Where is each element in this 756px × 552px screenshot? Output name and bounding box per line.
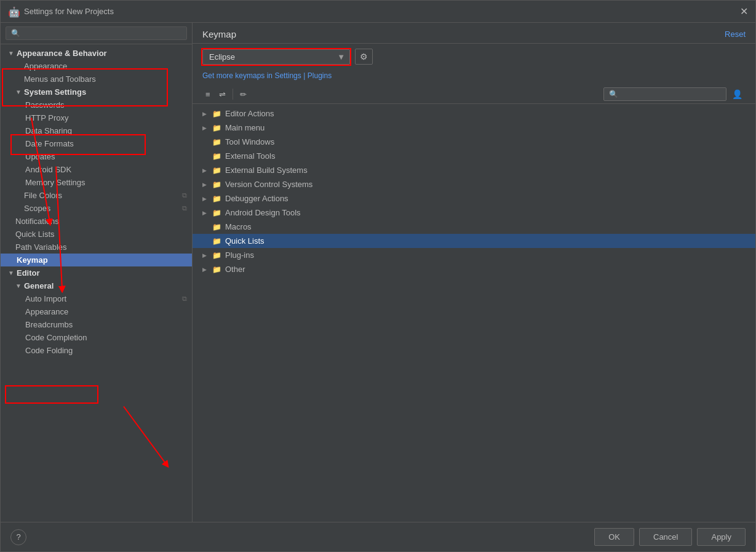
close-button[interactable]: ✕ xyxy=(740,6,748,17)
folder-icon: 📁 xyxy=(212,251,221,260)
chevron-down-icon: ▼ xyxy=(15,89,22,95)
sidebar-item-label: Updates xyxy=(25,152,55,161)
keymap-settings-button[interactable]: ⚙ xyxy=(355,49,373,65)
sidebar-item-system-settings[interactable]: ▼ System Settings xyxy=(1,86,192,98)
chevron-down-icon: ▼ xyxy=(15,282,22,289)
sidebar-item-appearance-behavior[interactable]: ▼ Appearance & Behavior xyxy=(1,47,192,60)
keymap-row-debugger[interactable]: ▶ 📁 Debugger Actions xyxy=(193,191,755,206)
sidebar-item-appearance-editor[interactable]: Appearance xyxy=(1,305,192,318)
cancel-button[interactable]: Cancel xyxy=(639,528,692,546)
edit-shortcut-button[interactable]: ✏ xyxy=(237,88,250,101)
collapse-all-button[interactable]: ⇌ xyxy=(216,88,229,101)
reset-button[interactable]: Reset xyxy=(725,30,746,39)
sidebar-item-label: Path Variables xyxy=(15,242,67,252)
settings-link[interactable]: Settings xyxy=(274,71,301,80)
sidebar-item-label: Android SDK xyxy=(25,165,71,174)
help-button[interactable]: ? xyxy=(10,529,26,545)
chevron-down-icon: ▼ xyxy=(8,270,14,276)
sidebar-item-scopes[interactable]: Scopes ⧉ xyxy=(1,202,192,215)
expand-icon: ▶ xyxy=(202,167,210,174)
title-bar: 🤖 Settings for New Projects ✕ xyxy=(1,1,755,23)
sidebar-search-input[interactable] xyxy=(6,26,187,40)
keymap-row-macros[interactable]: 📁 Macros xyxy=(193,220,755,234)
keymap-row-external-tools[interactable]: 📁 External Tools xyxy=(193,149,755,163)
keymap-row-editor-actions[interactable]: ▶ 📁 Editor Actions xyxy=(193,106,755,121)
sidebar-item-code-folding[interactable]: Code Folding xyxy=(1,344,192,357)
sidebar-item-breadcrumbs[interactable]: Breadcrumbs xyxy=(1,318,192,331)
apply-button[interactable]: Apply xyxy=(697,528,746,546)
folder-icon: 📁 xyxy=(212,223,221,231)
keymap-item-label: Debugger Actions xyxy=(225,194,288,203)
sidebar-item-label: HTTP Proxy xyxy=(25,113,69,122)
keymap-item-label: Other xyxy=(225,265,245,274)
keymap-row-other[interactable]: ▶ 📁 Other xyxy=(193,262,755,276)
plugins-link-text: Get more keymaps in xyxy=(202,71,274,80)
expand-icon: ▶ xyxy=(202,125,210,131)
sidebar-item-android-sdk[interactable]: Android SDK xyxy=(1,163,192,176)
sidebar-item-label: Auto Import xyxy=(25,294,66,303)
copy-icon: ⧉ xyxy=(182,295,187,303)
sidebar-item-keymap[interactable]: Keymap xyxy=(1,254,192,266)
sidebar-item-label: File Colors xyxy=(24,191,62,200)
sidebar-item-menus-toolbars[interactable]: Menus and Toolbars xyxy=(1,73,192,86)
sidebar-item-quick-lists[interactable]: Quick Lists xyxy=(1,228,192,241)
sidebar-item-path-variables[interactable]: Path Variables xyxy=(1,241,192,254)
folder-icon: 📁 xyxy=(212,124,221,132)
keymap-search-input[interactable] xyxy=(603,87,726,101)
folder-icon: 📁 xyxy=(212,209,221,217)
keymap-controls: Eclipse Mac OS X Default Windows ▼ ⚙ xyxy=(193,44,755,70)
sidebar-item-label: Scopes xyxy=(24,204,50,213)
plugins-link[interactable]: Plugins xyxy=(308,71,332,80)
keymap-row-tool-windows[interactable]: 📁 Tool Windows xyxy=(193,135,755,149)
sidebar-item-auto-import[interactable]: Auto Import ⧉ xyxy=(1,292,192,305)
sidebar-tree: ▼ Appearance & Behavior Appearance Menus… xyxy=(1,44,192,522)
find-action-button[interactable]: 👤 xyxy=(729,87,746,101)
panel-title: Keymap xyxy=(202,29,236,39)
sidebar-item-label: Code Completion xyxy=(25,333,87,342)
keymap-dropdown-wrapper: Eclipse Mac OS X Default Windows ▼ xyxy=(202,49,350,65)
window-title: Settings for New Projects xyxy=(24,7,114,16)
plugins-link-row: Get more keymaps in Settings | Plugins xyxy=(193,70,755,85)
keymap-row-external-build[interactable]: ▶ 📁 External Build Systems xyxy=(193,163,755,177)
expand-icon: ▶ xyxy=(202,252,210,258)
keymap-row-plugins[interactable]: ▶ 📁 Plug-ins xyxy=(193,248,755,262)
expand-icon: ▶ xyxy=(202,196,210,202)
sidebar-item-updates[interactable]: Updates xyxy=(1,150,192,163)
folder-icon: 📁 xyxy=(212,110,221,118)
sidebar-item-label: System Settings xyxy=(24,87,86,97)
bottom-bar: ? OK Cancel Apply xyxy=(1,522,755,551)
sidebar-item-editor[interactable]: ▼ Editor xyxy=(1,266,192,279)
sidebar-item-label: Passwords xyxy=(25,100,65,110)
keymap-row-quick-lists[interactable]: 📁 Quick Lists xyxy=(193,234,755,248)
expand-icon: ▶ xyxy=(202,266,210,273)
sidebar-item-memory-settings[interactable]: Memory Settings xyxy=(1,176,192,189)
keymap-row-main-menu[interactable]: ▶ 📁 Main menu xyxy=(193,121,755,135)
ok-button[interactable]: OK xyxy=(594,528,634,546)
keymap-item-label: External Build Systems xyxy=(225,166,308,175)
keymap-item-label: Editor Actions xyxy=(225,109,274,118)
sidebar-item-notifications[interactable]: Notifications xyxy=(1,215,192,228)
sidebar-item-code-completion[interactable]: Code Completion xyxy=(1,331,192,344)
folder-icon: 📁 xyxy=(212,152,221,161)
sidebar-item-date-formats[interactable]: Date Formats xyxy=(1,137,192,150)
sidebar-item-label: Data Sharing xyxy=(25,126,72,135)
keymap-row-vcs[interactable]: ▶ 📁 Version Control Systems xyxy=(193,177,755,191)
expand-all-button[interactable]: ≡ xyxy=(202,88,213,101)
folder-icon: 📁 xyxy=(212,166,221,175)
copy-icon: ⧉ xyxy=(182,204,187,212)
sidebar-item-passwords[interactable]: Passwords xyxy=(1,98,192,111)
keymap-item-label: Macros xyxy=(225,222,252,231)
keymap-toolbar: ≡ ⇌ ✏ 👤 xyxy=(193,85,755,104)
sidebar-item-http-proxy[interactable]: HTTP Proxy xyxy=(1,111,192,124)
sidebar-item-label: Quick Lists xyxy=(15,230,55,239)
sidebar-item-label: Appearance & Behavior xyxy=(17,49,107,58)
keymap-row-android-design[interactable]: ▶ 📁 Android Design Tools xyxy=(193,206,755,220)
sidebar-item-appearance[interactable]: Appearance xyxy=(1,60,192,73)
sidebar-item-general[interactable]: ▼ General xyxy=(1,279,192,292)
keymap-item-label: Android Design Tools xyxy=(225,208,301,217)
folder-icon: 📁 xyxy=(212,237,221,246)
sidebar-item-data-sharing[interactable]: Data Sharing xyxy=(1,124,192,137)
expand-icon: ▶ xyxy=(202,111,210,117)
sidebar-item-file-colors[interactable]: File Colors ⧉ xyxy=(1,189,192,202)
keymap-dropdown[interactable]: Eclipse Mac OS X Default Windows xyxy=(202,49,350,65)
